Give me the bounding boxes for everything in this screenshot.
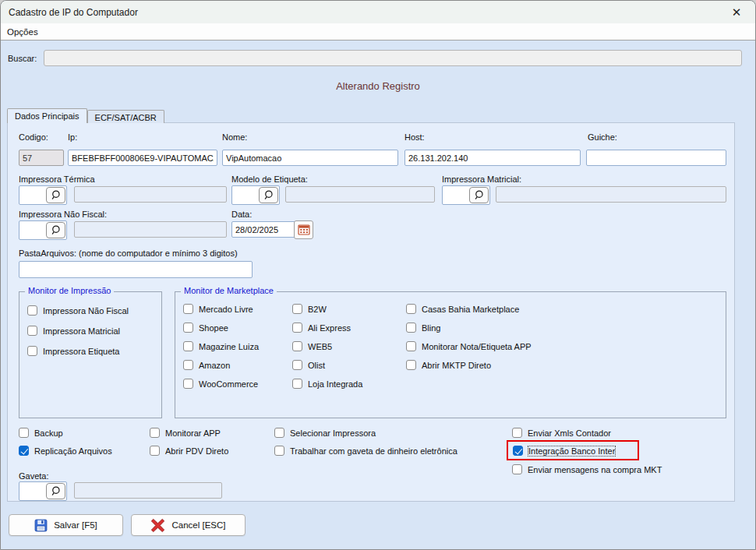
impressora-nao-fiscal-label: Impressora Não Fiscal: — [19, 210, 107, 219]
guiche-label: Guiche: — [588, 132, 617, 142]
checkbox-label: Ali Express — [308, 323, 351, 333]
checkbox-olist[interactable]: Olist — [292, 359, 325, 371]
checkbox-label: Bling — [422, 323, 440, 333]
checkbox-box — [406, 341, 416, 351]
checkbox-shopee[interactable]: Shopee — [183, 322, 228, 333]
tab-dados-principais[interactable]: Dados Principais — [7, 108, 87, 123]
checkbox-mercado-livre[interactable]: Mercado Livre — [183, 303, 253, 315]
data-field[interactable] — [231, 221, 297, 238]
checkbox-amazon[interactable]: Amazon — [183, 359, 230, 371]
guiche-field[interactable] — [586, 150, 726, 166]
checkbox-label: Backup — [34, 428, 63, 438]
save-button[interactable]: Salvar [F5] — [9, 514, 123, 536]
checkbox-enviar-mensagens-compra-mkt[interactable]: Enviar mensagens na compra MKT — [512, 464, 662, 475]
calendar-icon — [298, 224, 310, 236]
checkbox-label: Abrir PDV Direto — [165, 446, 228, 456]
codigo-field — [19, 150, 64, 166]
host-field[interactable] — [404, 150, 581, 166]
group-monitor-marketplace: Monitor de Marketplace Mercado Livre Sho… — [175, 291, 726, 418]
checkbox-box — [513, 446, 523, 456]
checkbox-magazine-luiza[interactable]: Magazine Luiza — [183, 340, 259, 352]
impressora-termica-search-button[interactable] — [46, 187, 65, 203]
checkbox-replicacao-arquivos[interactable]: Replicação Arquivos — [19, 445, 112, 457]
tab-panel-dados-principais: Codigo: Ip: Nome: Host: Guiche: Impresso… — [7, 122, 735, 502]
checkbox-backup[interactable]: Backup — [19, 427, 63, 439]
checkbox-impressora-nao-fiscal[interactable]: Impressora Não Fiscal — [27, 305, 129, 316]
checkbox-label: Magazine Luiza — [199, 342, 259, 351]
checkbox-impressora-matricial[interactable]: Impressora Matricial — [27, 325, 120, 337]
checkbox-label: Mercado Livre — [199, 305, 253, 314]
checkbox-label: Casas Bahia Marketplace — [422, 305, 519, 314]
nome-field[interactable] — [222, 150, 398, 166]
calendar-button[interactable] — [294, 220, 313, 239]
impressora-matricial-label: Impressora Matricial: — [442, 175, 521, 184]
cancel-button[interactable]: Cancel [ESC] — [131, 514, 246, 536]
cancel-button-label: Cancel [ESC] — [171, 520, 225, 530]
close-icon[interactable]: ✕ — [726, 4, 747, 21]
checkbox-casas-bahia[interactable]: Casas Bahia Marketplace — [406, 303, 519, 315]
pasta-arquivos-label: PastaArquivos: (nome do computador e mín… — [19, 249, 238, 258]
checkbox-label: WooCommerce — [199, 379, 258, 389]
nome-label: Nome: — [222, 132, 247, 142]
impressora-termica-code-input[interactable] — [19, 186, 45, 204]
checkbox-impressora-etiqueta[interactable]: Impressora Etiqueta — [27, 345, 119, 357]
checkbox-label: Impressora Não Fiscal — [43, 306, 129, 316]
checkbox-bling[interactable]: Bling — [406, 322, 440, 333]
impressora-matricial-search-button[interactable] — [469, 187, 489, 203]
checkbox-box — [150, 446, 160, 456]
checkbox-b2w[interactable]: B2W — [292, 303, 327, 315]
checkbox-abrir-pdv-direto[interactable]: Abrir PDV Direto — [150, 445, 228, 457]
checkbox-integracao-banco-inter[interactable]: Integração Banco Inter — [513, 445, 615, 457]
checkbox-enviar-xmls-contador[interactable]: Enviar Xmls Contador — [512, 427, 611, 439]
modelo-etiqueta-search-button[interactable] — [259, 187, 278, 203]
checkbox-monitorar-app[interactable]: Monitorar APP — [150, 427, 221, 439]
gaveta-code-input[interactable] — [19, 482, 45, 500]
checkbox-monitorar-nota-etiqueta-app[interactable]: Monitorar Nota/Etiqueta APP — [406, 340, 532, 352]
ip-field[interactable] — [68, 150, 217, 166]
checkbox-box — [183, 360, 193, 370]
codigo-label: Codigo: — [19, 132, 48, 142]
impressora-matricial-lookup — [442, 185, 490, 205]
magnifier-icon — [50, 485, 62, 497]
checkbox-abrir-mktp-direto[interactable]: Abrir MKTP Direto — [406, 359, 491, 371]
checkbox-box — [183, 341, 193, 351]
checkbox-woocommerce[interactable]: WooCommerce — [183, 378, 258, 390]
impressora-termica-name-field — [74, 186, 227, 203]
group-monitor-impressao: Monitor de Impressão Impressora Não Fisc… — [19, 291, 162, 418]
checkbox-box — [27, 346, 37, 356]
checkbox-label: Enviar mensagens na compra MKT — [528, 465, 662, 474]
search-input[interactable] — [44, 50, 742, 66]
ip-label: Ip: — [68, 132, 77, 142]
pasta-arquivos-field[interactable] — [19, 261, 253, 278]
checkbox-gaveta-dinheiro-eletronica[interactable]: Trabalhar com gaveta de dinheiro eletrôn… — [274, 445, 457, 457]
impressora-matricial-code-input[interactable] — [443, 186, 468, 204]
impressora-nao-fiscal-name-field — [74, 221, 227, 238]
impressora-nao-fiscal-search-button[interactable] — [46, 222, 65, 238]
checkbox-web5[interactable]: WEB5 — [292, 340, 332, 352]
checkbox-label: WEB5 — [308, 342, 332, 351]
checkbox-loja-integrada[interactable]: Loja Integrada — [292, 378, 362, 390]
checkbox-box — [292, 379, 302, 389]
impressora-nao-fiscal-code-input[interactable] — [19, 221, 45, 239]
checkbox-box — [406, 323, 416, 333]
checkbox-box — [19, 428, 29, 438]
checkbox-box — [292, 360, 302, 370]
menu-bar: Opções — [1, 23, 755, 41]
modelo-etiqueta-label: Modelo de Etiqueta: — [231, 175, 308, 184]
gaveta-search-button[interactable] — [46, 483, 65, 499]
modelo-etiqueta-lookup — [231, 185, 280, 205]
menu-item-opcoes[interactable]: Opções — [1, 27, 44, 37]
checkbox-selecionar-impressora[interactable]: Selecionar Impressora — [274, 427, 376, 439]
tab-ecf-sat-acbr[interactable]: ECF/SAT/ACBR — [87, 110, 164, 123]
page-title: Alterando Registro — [1, 80, 755, 92]
magnifier-icon — [263, 189, 274, 201]
modelo-etiqueta-name-field — [285, 186, 435, 203]
checkbox-label: Impressora Matricial — [43, 326, 120, 336]
floppy-disk-icon — [34, 519, 48, 532]
checkbox-ali-express[interactable]: Ali Express — [292, 322, 351, 333]
red-x-icon — [150, 518, 165, 533]
modelo-etiqueta-code-input[interactable] — [232, 186, 258, 204]
checkbox-box — [183, 323, 193, 333]
checkbox-label: Enviar Xmls Contador — [528, 428, 611, 438]
checkbox-label: Shopee — [199, 323, 228, 333]
